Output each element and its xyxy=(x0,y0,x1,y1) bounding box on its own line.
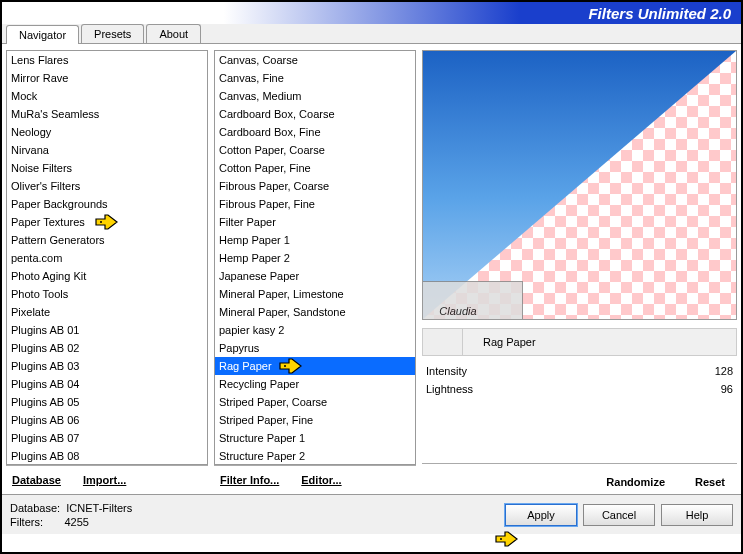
filters-list[interactable]: Canvas, CoarseCanvas, FineCanvas, Medium… xyxy=(214,50,416,465)
slider-label: Intensity xyxy=(426,365,506,377)
filter-item[interactable]: Fibrous Paper, Fine xyxy=(215,195,415,213)
filter-item[interactable]: Mineral Paper, Sandstone xyxy=(215,303,415,321)
category-item[interactable]: Plugins AB 02 xyxy=(7,339,207,357)
category-item[interactable]: Photo Tools xyxy=(7,285,207,303)
svg-point-1 xyxy=(284,365,286,367)
cancel-button[interactable]: Cancel xyxy=(583,504,655,526)
database-button[interactable]: Database xyxy=(10,472,63,488)
randomize-button[interactable]: Randomize xyxy=(604,474,667,490)
title-bar: Filters Unlimited 2.0 xyxy=(2,2,741,24)
filters-column: Canvas, CoarseCanvas, FineCanvas, Medium… xyxy=(214,50,416,494)
filter-swatch xyxy=(423,329,463,355)
help-button[interactable]: Help xyxy=(661,504,733,526)
filter-item[interactable]: Papyrus xyxy=(215,339,415,357)
tab-about[interactable]: About xyxy=(146,24,201,43)
app-title: Filters Unlimited 2.0 xyxy=(588,5,731,22)
parameter-panel: Intensity128Lightness96 xyxy=(422,362,737,398)
current-filter-name: Rag Paper xyxy=(463,336,536,348)
import-button[interactable]: Import... xyxy=(81,472,128,488)
apply-button[interactable]: Apply xyxy=(505,504,577,526)
pointer-icon xyxy=(279,355,305,375)
filter-item[interactable]: Striped Paper, Fine xyxy=(215,411,415,429)
category-item[interactable]: Paper Backgrounds xyxy=(7,195,207,213)
category-item[interactable]: Pattern Generators xyxy=(7,231,207,249)
categories-column: Lens FlaresMirror RaveMockMuRa's Seamles… xyxy=(6,50,208,494)
slider-track[interactable] xyxy=(506,382,703,396)
filter-item[interactable]: Striped Paper, Coarse xyxy=(215,393,415,411)
filter-item[interactable]: Canvas, Fine xyxy=(215,69,415,87)
category-item[interactable]: Lens Flares xyxy=(7,51,207,69)
filter-item[interactable]: Cotton Paper, Coarse xyxy=(215,141,415,159)
filter-item[interactable]: Fibrous Paper, Coarse xyxy=(215,177,415,195)
preview-column: Claudia Rag Paper Intensity128Lightness9… xyxy=(422,50,737,494)
filter-item[interactable]: Mineral Paper, Limestone xyxy=(215,285,415,303)
filter-item[interactable]: Filter Paper xyxy=(215,213,415,231)
category-item[interactable]: Plugins AB 06 xyxy=(7,411,207,429)
category-item[interactable]: Plugins AB 05 xyxy=(7,393,207,411)
tab-presets[interactable]: Presets xyxy=(81,24,144,43)
filter-info-button[interactable]: Filter Info... xyxy=(218,472,281,488)
slider-value: 128 xyxy=(703,365,733,377)
filters-count-label: Filters: xyxy=(10,516,43,528)
category-item[interactable]: penta.com xyxy=(7,249,207,267)
category-item[interactable]: Pixelate xyxy=(7,303,207,321)
category-item[interactable]: Neology xyxy=(7,123,207,141)
category-item[interactable]: Plugins AB 01 xyxy=(7,321,207,339)
category-item[interactable]: Plugins AB 08 xyxy=(7,447,207,465)
filter-item[interactable]: Hemp Paper 1 xyxy=(215,231,415,249)
filter-item[interactable]: Cardboard Box, Fine xyxy=(215,123,415,141)
category-item[interactable]: Plugins AB 07 xyxy=(7,429,207,447)
categories-list[interactable]: Lens FlaresMirror RaveMockMuRa's Seamles… xyxy=(6,50,208,465)
editor-button[interactable]: Editor... xyxy=(299,472,343,488)
svg-point-2 xyxy=(500,538,502,540)
filter-item[interactable]: Cardboard Box, Coarse xyxy=(215,105,415,123)
slider-track[interactable] xyxy=(506,364,703,378)
pointer-icon xyxy=(95,211,121,231)
category-item[interactable]: Photo Aging Kit xyxy=(7,267,207,285)
category-item[interactable]: Oliver's Filters xyxy=(7,177,207,195)
category-item[interactable]: Noise Filters xyxy=(7,159,207,177)
category-item[interactable]: Plugins AB 04 xyxy=(7,375,207,393)
category-item[interactable]: Plugins AB 03 xyxy=(7,357,207,375)
category-item[interactable]: MuRa's Seamless xyxy=(7,105,207,123)
reset-button[interactable]: Reset xyxy=(693,474,727,490)
tab-strip: Navigator Presets About xyxy=(2,24,741,44)
slider-row: Lightness96 xyxy=(422,380,737,398)
filter-item[interactable]: Cotton Paper, Fine xyxy=(215,159,415,177)
filter-item[interactable]: papier kasy 2 xyxy=(215,321,415,339)
filter-item[interactable]: Recycling Paper xyxy=(215,375,415,393)
filter-item[interactable]: Structure Paper 1 xyxy=(215,429,415,447)
slider-row: Intensity128 xyxy=(422,362,737,380)
category-item[interactable]: Mirror Rave xyxy=(7,69,207,87)
category-item[interactable]: Mock xyxy=(7,87,207,105)
tab-navigator[interactable]: Navigator xyxy=(6,25,79,44)
filter-item[interactable]: Canvas, Coarse xyxy=(215,51,415,69)
footer-info: Database: ICNET-Filters Filters: 4255 xyxy=(10,501,132,529)
slider-value: 96 xyxy=(703,383,733,395)
filter-item[interactable]: Canvas, Medium xyxy=(215,87,415,105)
main-panel: Lens FlaresMirror RaveMockMuRa's Seamles… xyxy=(2,44,741,494)
category-item[interactable]: Nirvana xyxy=(7,141,207,159)
svg-point-0 xyxy=(100,221,102,223)
filter-item[interactable]: Hemp Paper 2 xyxy=(215,249,415,267)
slider-label: Lightness xyxy=(426,383,506,395)
footer-bar: Database: ICNET-Filters Filters: 4255 Ap… xyxy=(2,494,741,534)
db-label: Database: xyxy=(10,502,60,514)
preview-canvas: Claudia xyxy=(422,50,737,320)
filter-name-row: Rag Paper xyxy=(422,328,737,356)
watermark-stamp: Claudia xyxy=(422,281,523,320)
category-item[interactable]: Paper Textures xyxy=(7,213,207,231)
filter-item[interactable]: Structure Paper 2 xyxy=(215,447,415,465)
db-value: ICNET-Filters xyxy=(66,502,132,514)
filter-item[interactable]: Japanese Paper xyxy=(215,267,415,285)
filter-item[interactable]: Rag Paper xyxy=(215,357,415,375)
filters-count-value: 4255 xyxy=(64,516,88,528)
